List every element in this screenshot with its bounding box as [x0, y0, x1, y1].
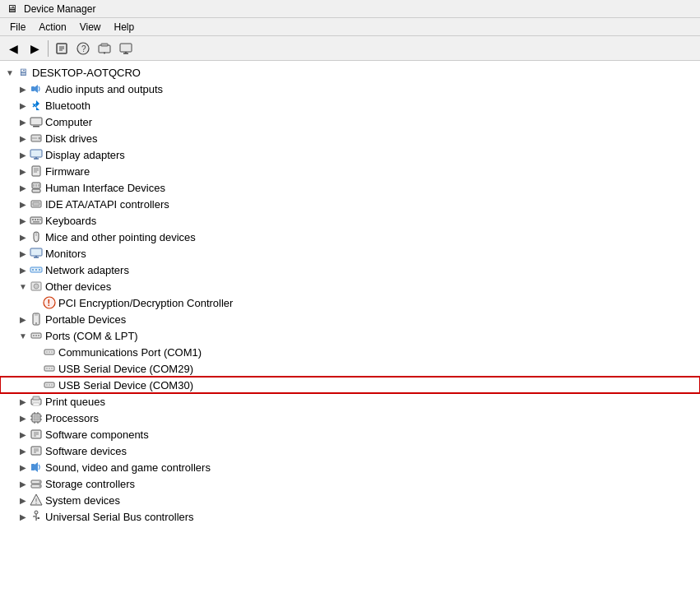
svg-point-62: [46, 368, 48, 369]
tree-item-ports[interactable]: ▼ Ports (COM & LPT): [0, 327, 700, 344]
network-expander[interactable]: ▶: [16, 263, 30, 276]
firmware-expander[interactable]: ▶: [16, 164, 30, 178]
audio-expander[interactable]: ▶: [16, 82, 30, 95]
monitors-label: Monitors: [45, 248, 86, 260]
tree-item-processors[interactable]: ▶ Processors: [0, 410, 700, 426]
tree-item-com30[interactable]: USB Serial Device (COM30): [0, 377, 700, 393]
other-label: Other devices: [45, 280, 111, 293]
menu-view[interactable]: View: [73, 20, 108, 35]
portable-icon: [30, 313, 43, 326]
tree-item-com1[interactable]: Communications Port (COM1): [0, 344, 700, 360]
tree-item-keyboards[interactable]: ▶ Keyboards: [0, 212, 700, 229]
other-expander[interactable]: ▼: [16, 280, 30, 293]
sound-expander[interactable]: ▶: [16, 461, 30, 474]
tree-item-portable[interactable]: ▶ Portable Devices: [0, 311, 700, 327]
svg-point-58: [46, 351, 48, 353]
disk-expander[interactable]: ▶: [16, 132, 30, 145]
mice-expander[interactable]: ▶: [16, 230, 30, 243]
ide-icon: [30, 197, 43, 211]
root-expander[interactable]: ▼: [3, 66, 16, 79]
monitors-expander[interactable]: ▶: [16, 247, 30, 260]
svg-point-55: [35, 335, 37, 336]
monitor-button[interactable]: [116, 39, 136, 58]
tree-item-audio[interactable]: ▶ Audio inputs and outputs: [0, 81, 700, 97]
tree-item-hid[interactable]: ▶ Human Interface Devices: [0, 179, 700, 196]
com30-icon: [43, 378, 56, 391]
system-expander[interactable]: ▶: [16, 493, 30, 507]
softwaredev-expander[interactable]: ▶: [16, 444, 30, 457]
back-button[interactable]: ◀: [3, 39, 23, 58]
ports-expander[interactable]: ▼: [16, 329, 30, 342]
print-expander[interactable]: ▶: [16, 395, 30, 408]
svg-point-96: [35, 503, 37, 504]
help-button[interactable]: ?: [73, 39, 93, 58]
svg-text:?: ?: [81, 44, 86, 53]
svg-point-66: [46, 384, 48, 386]
bluetooth-icon: [30, 99, 43, 112]
svg-rect-102: [38, 517, 39, 519]
usb-expander[interactable]: ▶: [16, 510, 30, 523]
tree-item-sound[interactable]: ▶ Sound, video and game controllers: [0, 459, 700, 475]
svg-rect-13: [30, 118, 42, 125]
display-label: Display adapters: [45, 149, 125, 161]
display-icon: [30, 148, 43, 161]
tree-item-print[interactable]: ▶ Print queues: [0, 393, 700, 410]
forward-button[interactable]: ▶: [25, 39, 44, 58]
com29-label: USB Serial Device (COM29): [58, 363, 193, 375]
tree-item-other[interactable]: ▼ Other devices: [0, 278, 700, 294]
tree-item-usb[interactable]: ▶ Universal Serial Bus controllers: [0, 508, 700, 525]
sound-label: Sound, video and game controllers: [45, 461, 211, 474]
svg-rect-90: [31, 464, 35, 470]
menu-file[interactable]: File: [3, 20, 32, 35]
tree-root[interactable]: ▼ 🖥 DESKTOP-AOTQCRO: [0, 64, 700, 81]
properties-button[interactable]: [52, 39, 72, 58]
tree-item-bluetooth[interactable]: ▶ Bluetooth: [0, 97, 700, 114]
update-driver-button[interactable]: [95, 39, 114, 58]
tree-item-mice[interactable]: ▶ Mice and other pointing devices: [0, 229, 700, 245]
ports-label: Ports (COM & LPT): [45, 330, 138, 342]
tree-item-network[interactable]: ▶ Network adapters: [0, 262, 700, 278]
com1-label: Communications Port (COM1): [58, 346, 202, 359]
menu-bar: File Action View Help: [0, 18, 700, 36]
firmware-label: Firmware: [45, 165, 90, 178]
tree-item-com29[interactable]: USB Serial Device (COM29): [0, 360, 700, 377]
menu-action[interactable]: Action: [32, 20, 72, 35]
tree-item-pci[interactable]: ! PCI Encryption/Decryption Controller: [0, 294, 700, 311]
tree-item-disk[interactable]: ▶ Disk drives: [0, 130, 700, 146]
softwarecomp-expander[interactable]: ▶: [16, 428, 30, 441]
keyboards-expander[interactable]: ▶: [16, 214, 30, 227]
tree-item-ide[interactable]: ▶ IDE ATA/ATAPI controllers: [0, 196, 700, 212]
tree-item-softwarecomp[interactable]: ▶ Software components: [0, 426, 700, 442]
portable-expander[interactable]: ▶: [16, 313, 30, 326]
storage-icon: [30, 477, 43, 490]
print-label: Print queues: [45, 396, 105, 408]
print-icon: [30, 395, 43, 408]
display-expander[interactable]: ▶: [16, 148, 30, 161]
pci-icon: !: [43, 296, 56, 309]
com29-icon: [43, 362, 56, 375]
svg-rect-12: [31, 86, 35, 91]
ide-expander[interactable]: ▶: [16, 197, 30, 211]
tree-item-firmware[interactable]: ▶ Firmware: [0, 163, 700, 179]
com1-icon: [43, 345, 56, 359]
tree-item-computer[interactable]: ▶ Computer: [0, 114, 700, 130]
svg-rect-73: [34, 415, 39, 420]
tree-item-softwaredev[interactable]: ▶ Software devices: [0, 442, 700, 459]
tree-item-display[interactable]: ▶ Display adapters: [0, 146, 700, 163]
processors-expander[interactable]: ▶: [16, 411, 30, 424]
svg-rect-31: [33, 202, 39, 206]
storage-expander[interactable]: ▶: [16, 477, 30, 490]
tree-item-storage[interactable]: ▶ Storage controllers: [0, 475, 700, 492]
tree-item-monitors[interactable]: ▶ Monitors: [0, 245, 700, 262]
svg-rect-70: [33, 396, 39, 400]
bluetooth-expander[interactable]: ▶: [16, 99, 30, 112]
mice-icon: [30, 230, 43, 243]
computer-expander[interactable]: ▶: [16, 115, 30, 128]
svg-rect-39: [30, 248, 42, 256]
svg-point-43: [32, 269, 34, 271]
menu-help[interactable]: Help: [108, 20, 141, 35]
hid-expander[interactable]: ▶: [16, 181, 30, 194]
tree-item-system[interactable]: ▶ System devices: [0, 492, 700, 508]
svg-rect-37: [33, 221, 39, 223]
toolbar: ◀ ▶ ?: [0, 36, 700, 61]
